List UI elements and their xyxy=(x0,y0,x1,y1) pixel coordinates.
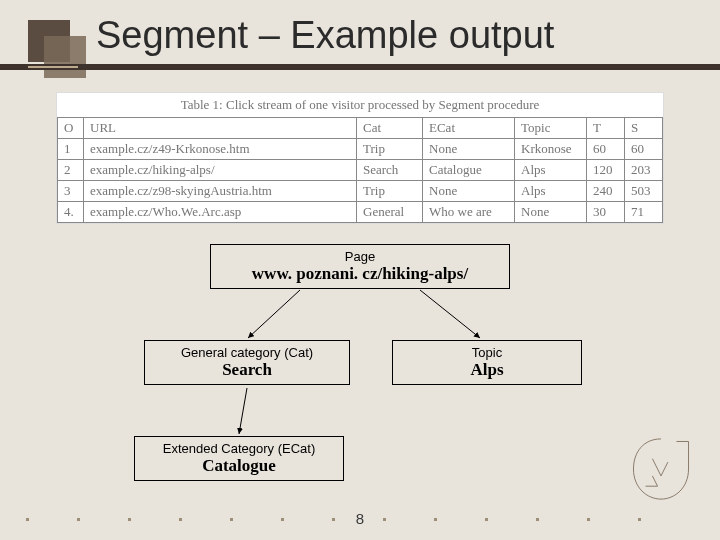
university-logo xyxy=(618,426,704,512)
table-caption: Table 1: Click stream of one visitor pro… xyxy=(57,93,663,117)
node-topic: Topic Alps xyxy=(392,340,582,385)
table-row: 2 example.cz/hiking-alps/ Search Catalog… xyxy=(58,160,663,181)
cell-t: 30 xyxy=(587,202,625,223)
cell-cat: Trip xyxy=(357,139,423,160)
cell-cat: General xyxy=(357,202,423,223)
th-s: S xyxy=(625,118,663,139)
cell-o: 3 xyxy=(58,181,84,202)
th-cat: Cat xyxy=(357,118,423,139)
cell-s: 71 xyxy=(625,202,663,223)
th-o: O xyxy=(58,118,84,139)
cell-o: 1 xyxy=(58,139,84,160)
decor-square-front xyxy=(44,36,86,78)
th-url: URL xyxy=(84,118,357,139)
cell-url: example.cz/z49-Krkonose.htm xyxy=(84,139,357,160)
decor-dots xyxy=(26,518,694,526)
cell-topic: Alps xyxy=(515,181,587,202)
table-header-row: O URL Cat ECat Topic T S xyxy=(58,118,663,139)
svg-line-0 xyxy=(248,290,300,338)
cell-topic: Alps xyxy=(515,160,587,181)
node-ecat-main: Catalogue xyxy=(145,456,333,476)
cell-t: 120 xyxy=(587,160,625,181)
cell-ecat: None xyxy=(423,181,515,202)
cell-url: example.cz/z98-skyingAustria.htm xyxy=(84,181,357,202)
node-ecat: Extended Category (ECat) Catalogue xyxy=(134,436,344,481)
node-page-sup: Page xyxy=(221,249,499,264)
decor-inner-bar xyxy=(28,66,78,68)
th-t: T xyxy=(587,118,625,139)
svg-line-2 xyxy=(239,388,247,434)
node-topic-sup: Topic xyxy=(403,345,571,360)
cell-ecat: Who we are xyxy=(423,202,515,223)
cell-topic: Krkonose xyxy=(515,139,587,160)
node-ecat-sup: Extended Category (ECat) xyxy=(145,441,333,456)
node-page-main: www. poznani. cz/hiking-alps/ xyxy=(221,264,499,284)
node-topic-main: Alps xyxy=(403,360,571,380)
slide-title: Segment – Example output xyxy=(96,14,554,57)
cell-t: 240 xyxy=(587,181,625,202)
cell-s: 60 xyxy=(625,139,663,160)
clickstream-table-container: Table 1: Click stream of one visitor pro… xyxy=(56,92,664,224)
diagram: Page www. poznani. cz/hiking-alps/ Gener… xyxy=(0,244,720,504)
node-cat: General category (Cat) Search xyxy=(144,340,350,385)
cell-cat: Trip xyxy=(357,181,423,202)
cell-s: 503 xyxy=(625,181,663,202)
cell-o: 4. xyxy=(58,202,84,223)
decor-top-bar xyxy=(0,64,720,70)
node-page: Page www. poznani. cz/hiking-alps/ xyxy=(210,244,510,289)
th-topic: Topic xyxy=(515,118,587,139)
clickstream-table: O URL Cat ECat Topic T S 1 example.cz/z4… xyxy=(57,117,663,223)
cell-s: 203 xyxy=(625,160,663,181)
cell-t: 60 xyxy=(587,139,625,160)
cell-ecat: None xyxy=(423,139,515,160)
svg-line-1 xyxy=(420,290,480,338)
cell-topic: None xyxy=(515,202,587,223)
cell-cat: Search xyxy=(357,160,423,181)
cell-ecat: Catalogue xyxy=(423,160,515,181)
cell-url: example.cz/Who.We.Arc.asp xyxy=(84,202,357,223)
cell-o: 2 xyxy=(58,160,84,181)
cell-url: example.cz/hiking-alps/ xyxy=(84,160,357,181)
table-row: 4. example.cz/Who.We.Arc.asp General Who… xyxy=(58,202,663,223)
node-cat-main: Search xyxy=(155,360,339,380)
table-row: 1 example.cz/z49-Krkonose.htm Trip None … xyxy=(58,139,663,160)
table-row: 3 example.cz/z98-skyingAustria.htm Trip … xyxy=(58,181,663,202)
node-cat-sup: General category (Cat) xyxy=(155,345,339,360)
th-ecat: ECat xyxy=(423,118,515,139)
